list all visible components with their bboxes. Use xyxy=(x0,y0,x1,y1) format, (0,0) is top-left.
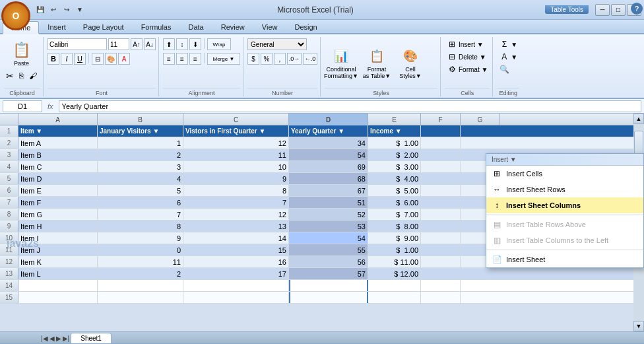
cut-button[interactable]: ✂ xyxy=(4,70,16,82)
delete-cells-button[interactable]: ⊟Delete ▼ xyxy=(445,51,488,63)
cell-d9[interactable]: 53 xyxy=(289,221,368,232)
col-header-a[interactable]: A xyxy=(18,114,98,125)
cell-b10[interactable]: 9 xyxy=(98,232,183,244)
cell-b2[interactable]: 1 xyxy=(98,137,183,149)
cell-d5[interactable]: 68 xyxy=(289,173,368,184)
col-header-c[interactable]: C xyxy=(183,114,289,125)
scroll-up-button[interactable]: ▲ xyxy=(633,114,644,124)
col-header-d[interactable]: D xyxy=(289,114,368,125)
align-left-button[interactable]: ≡ xyxy=(163,53,175,65)
cell-d10[interactable]: 54 xyxy=(289,232,368,244)
cell-c11[interactable]: 15 xyxy=(183,244,289,256)
save-button[interactable]: 💾 xyxy=(34,4,46,16)
cell-e9[interactable]: $ 8.00 xyxy=(368,221,421,232)
cell-a7[interactable]: Item F xyxy=(18,197,98,208)
formula-input[interactable]: Yearly Quarter xyxy=(59,100,641,112)
merge-button[interactable]: Merge ▼ xyxy=(207,53,240,65)
copy-button[interactable]: ⎘ xyxy=(17,70,26,82)
cell-b13[interactable]: 2 xyxy=(98,268,183,279)
align-top-button[interactable]: ⬆ xyxy=(163,38,175,50)
cell-c8[interactable]: 12 xyxy=(183,209,289,220)
insert-cells-button[interactable]: ⊞Insert ▼ xyxy=(445,38,486,50)
cell-b6[interactable]: 5 xyxy=(98,185,183,196)
cell-e8[interactable]: $ 7.00 xyxy=(368,209,421,220)
cell-a10[interactable]: Item I xyxy=(18,232,98,244)
cell-b11[interactable]: 0 xyxy=(98,244,183,256)
cell-a11[interactable]: Item J xyxy=(18,244,98,256)
italic-button[interactable]: I xyxy=(61,53,73,65)
cell-e2[interactable]: $ 1.00 xyxy=(368,137,421,149)
font-color-button[interactable]: A xyxy=(118,53,130,65)
cell-d11[interactable]: 55 xyxy=(289,244,368,256)
tab-view[interactable]: View xyxy=(253,20,286,33)
font-size-input[interactable] xyxy=(108,38,129,50)
tab-page-layout[interactable]: Page Layout xyxy=(75,20,133,33)
tab-formulas[interactable]: Formulas xyxy=(133,20,180,33)
font-name-input[interactable] xyxy=(48,38,107,50)
cell-reference-input[interactable]: D1 xyxy=(3,100,42,112)
cell-d8[interactable]: 52 xyxy=(289,209,368,220)
cell-e3[interactable]: $ 2.00 xyxy=(368,149,421,160)
cell-e4[interactable]: $ 3.00 xyxy=(368,161,421,172)
cell-a13[interactable]: Item L xyxy=(18,268,98,279)
cell-b7[interactable]: 6 xyxy=(98,197,183,208)
cell-d14[interactable] xyxy=(289,280,368,291)
cell-c3[interactable]: 11 xyxy=(183,149,289,160)
header-cell-b1[interactable]: January Visitors ▼ xyxy=(98,125,183,137)
cell-d3[interactable]: 54 xyxy=(289,149,368,160)
sum-button[interactable]: Σ▼ xyxy=(497,38,519,50)
menu-item-insert-table-rows-above[interactable]: ▤ Insert Table Rows Above xyxy=(486,217,643,232)
minimize-button[interactable]: ─ xyxy=(595,4,610,16)
fill-color-button[interactable]: 🎨 xyxy=(105,53,117,65)
office-button[interactable]: O xyxy=(1,1,30,30)
align-right-button[interactable]: ≡ xyxy=(189,53,201,65)
cell-c12[interactable]: 16 xyxy=(183,256,289,267)
cell-e7[interactable]: $ 6.00 xyxy=(368,197,421,208)
cell-b8[interactable]: 7 xyxy=(98,209,183,220)
border-button[interactable]: ⊟ xyxy=(92,53,104,65)
menu-item-insert-sheet[interactable]: 📄 Insert Sheet xyxy=(486,252,643,267)
header-cell-d1[interactable]: Yearly Quarter ▼ xyxy=(289,125,368,137)
fill-button[interactable]: A▼ xyxy=(497,51,519,63)
sheet-tab-1[interactable]: Sheet1 xyxy=(71,333,112,343)
cell-a12[interactable]: Item K xyxy=(18,256,98,267)
underline-button[interactable]: U xyxy=(74,53,86,65)
cell-a6[interactable]: Item E xyxy=(18,185,98,196)
cell-a5[interactable]: Item D xyxy=(18,173,98,184)
format-as-table-button[interactable]: 📋 Formatas Table▼ xyxy=(360,44,393,81)
format-cells-button[interactable]: ⚙Format ▼ xyxy=(445,63,490,75)
undo-button[interactable]: ↩ xyxy=(48,4,59,16)
cell-b4[interactable]: 3 xyxy=(98,161,183,172)
menu-item-insert-cells[interactable]: ⊞ Insert Cells xyxy=(486,166,643,182)
header-cell-e1[interactable]: Income ▼ xyxy=(368,125,421,137)
increase-font-button[interactable]: A↑ xyxy=(131,38,143,50)
cell-a4[interactable]: Item C xyxy=(18,161,98,172)
tab-insert[interactable]: Insert xyxy=(39,20,75,33)
cell-b12[interactable]: 11 xyxy=(98,256,183,267)
cell-b9[interactable]: 8 xyxy=(98,221,183,232)
cell-d15[interactable] xyxy=(289,292,368,303)
header-cell-c1[interactable]: Vistors in First Quarter ▼ xyxy=(183,125,289,137)
cell-a9[interactable]: Item H xyxy=(18,221,98,232)
cell-e13[interactable]: $ 12.00 xyxy=(368,268,421,279)
scroll-down-button[interactable]: ▼ xyxy=(633,321,644,331)
cell-a8[interactable]: Item G xyxy=(18,209,98,220)
menu-item-insert-sheet-rows[interactable]: ↔ Insert Sheet Rows xyxy=(486,182,643,197)
bold-button[interactable]: B xyxy=(48,53,59,65)
sheet-nav-left[interactable]: |◀ ◀ ▶ ▶| xyxy=(40,333,71,343)
percent-button[interactable]: % xyxy=(261,53,273,65)
menu-item-insert-sheet-columns[interactable]: ↕ Insert Sheet Columns xyxy=(486,197,643,213)
cell-c6[interactable]: 8 xyxy=(183,185,289,196)
currency-button[interactable]: $ xyxy=(247,53,259,65)
redo-button[interactable]: ↪ xyxy=(61,4,73,16)
cell-e10[interactable]: $ 9.00 xyxy=(368,232,421,244)
comma-button[interactable]: , xyxy=(274,53,286,65)
col-header-b[interactable]: B xyxy=(98,114,183,125)
clear-button[interactable]: 🔍 xyxy=(497,63,511,75)
align-center-button[interactable]: ≡ xyxy=(176,53,188,65)
wrap-text-button[interactable]: Wrap xyxy=(207,38,231,50)
cell-c7[interactable]: 7 xyxy=(183,197,289,208)
cell-d2[interactable]: 34 xyxy=(289,137,368,149)
decrease-decimal-button[interactable]: ←.0 xyxy=(303,53,317,65)
quick-access-dropdown[interactable]: ▼ xyxy=(74,4,86,16)
